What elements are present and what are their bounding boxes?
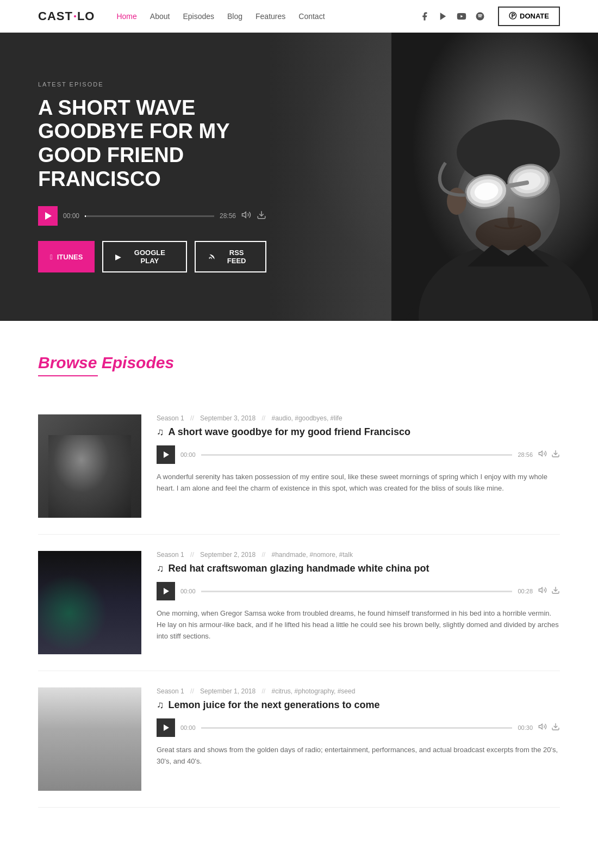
episode-tags-3: #citrus, #photography, #seed bbox=[272, 687, 356, 695]
rss-button[interactable]: RSS FEED bbox=[195, 241, 266, 272]
episode-progress-3[interactable] bbox=[201, 727, 513, 729]
svg-rect-61 bbox=[68, 747, 82, 758]
svg-rect-60 bbox=[49, 747, 63, 758]
svg-rect-59 bbox=[46, 745, 117, 772]
hero-progress-fill bbox=[85, 215, 86, 217]
episode-download-icon-1[interactable] bbox=[551, 449, 560, 460]
episode-controls-3 bbox=[538, 722, 560, 733]
hero-progress-bar[interactable] bbox=[85, 215, 214, 217]
svg-rect-26 bbox=[65, 474, 73, 485]
hero-play-button[interactable] bbox=[38, 206, 58, 226]
episode-title-1: ♫ A short wave goodbye for my good frien… bbox=[157, 426, 560, 438]
svg-point-42 bbox=[83, 616, 91, 627]
svg-rect-73 bbox=[38, 715, 40, 791]
music-note-icon-2: ♫ bbox=[157, 563, 164, 574]
episode-time-end-1: 28:56 bbox=[518, 451, 533, 458]
svg-rect-54 bbox=[41, 720, 68, 764]
google-play-label: GOOGLE PLAY bbox=[125, 249, 174, 265]
nav-contact[interactable]: Contact bbox=[298, 12, 325, 21]
facebook-icon[interactable] bbox=[420, 11, 429, 21]
hero-section: LATEST EPISODE A SHORT WAVE GOODBYE FOR … bbox=[0, 33, 598, 321]
nav-about[interactable]: About bbox=[150, 12, 170, 21]
episode-title-3: ♫ Lemon juice for the next generations t… bbox=[157, 699, 560, 711]
svg-marker-49 bbox=[539, 587, 542, 592]
svg-rect-47 bbox=[38, 589, 57, 597]
svg-rect-45 bbox=[97, 631, 104, 644]
svg-rect-48 bbox=[38, 600, 54, 606]
episode-time-start-3: 00:00 bbox=[180, 724, 196, 731]
google-play-icon[interactable] bbox=[438, 11, 448, 21]
svg-point-23 bbox=[76, 437, 103, 468]
hero-download-icon[interactable] bbox=[257, 210, 266, 222]
rss-icon bbox=[208, 252, 215, 262]
donate-button[interactable]: Ⓟ DONATE bbox=[498, 7, 560, 26]
spotify-icon[interactable] bbox=[475, 11, 485, 21]
episode-play-button-2[interactable] bbox=[157, 582, 175, 600]
hero-image-overlay bbox=[269, 33, 598, 321]
svg-point-20 bbox=[476, 218, 541, 250]
episode-progress-1[interactable] bbox=[201, 454, 513, 456]
nav-features[interactable]: Features bbox=[256, 12, 285, 21]
episode-volume-icon-1[interactable] bbox=[538, 449, 547, 460]
google-play-button[interactable]: ▶ GOOGLE PLAY bbox=[102, 241, 187, 272]
logo-dot bbox=[74, 15, 76, 17]
svg-point-2 bbox=[476, 12, 484, 20]
svg-rect-63 bbox=[106, 747, 117, 758]
hero-audio-player: 00:00 28:56 bbox=[38, 206, 266, 226]
browse-title-highlight: Episodes bbox=[102, 354, 174, 371]
youtube-icon[interactable] bbox=[457, 11, 466, 21]
episode-progress-2[interactable] bbox=[201, 591, 513, 592]
itunes-button[interactable]:  ITUNES bbox=[38, 241, 95, 272]
episode-player-1: 00:00 28:56 bbox=[157, 445, 560, 464]
music-note-icon-1: ♫ bbox=[157, 426, 164, 438]
hero-image bbox=[269, 33, 598, 321]
svg-rect-46 bbox=[38, 638, 141, 654]
episode-controls-1 bbox=[538, 449, 560, 460]
donate-paypal-icon: Ⓟ bbox=[509, 11, 516, 21]
hero-volume-icon[interactable] bbox=[241, 210, 251, 222]
episode-tags-2: #handmade, #nomore, #talk bbox=[272, 551, 353, 559]
svg-marker-3 bbox=[242, 212, 246, 218]
episode-play-button-3[interactable] bbox=[157, 718, 175, 737]
episode-list: Season 1 // September 3, 2018 // #audio,… bbox=[38, 398, 560, 808]
episode-volume-icon-2[interactable] bbox=[538, 586, 547, 597]
browse-title-plain: Browse bbox=[38, 354, 102, 371]
site-logo[interactable]: CAST LO bbox=[38, 9, 95, 23]
episode-content-2: Season 1 // September 2, 2018 // #handma… bbox=[157, 551, 560, 654]
episode-download-icon-2[interactable] bbox=[551, 586, 560, 597]
episode-item: Season 1 // September 3, 2018 // #audio,… bbox=[38, 398, 560, 535]
hero-content: LATEST EPISODE A SHORT WAVE GOODBYE FOR … bbox=[0, 48, 304, 306]
svg-point-71 bbox=[127, 759, 134, 768]
episode-description-1: A wonderful serenity has taken possessio… bbox=[157, 472, 560, 494]
google-play-triangle-icon: ▶ bbox=[115, 253, 121, 261]
itunes-label: ITUNES bbox=[57, 253, 83, 261]
music-note-icon-3: ♫ bbox=[157, 699, 164, 711]
nav-blog[interactable]: Blog bbox=[227, 12, 242, 21]
hero-time-end: 28:56 bbox=[220, 212, 236, 220]
logo-text-cast: CAST bbox=[38, 9, 73, 23]
svg-rect-64 bbox=[43, 739, 120, 745]
episode-title-2: ♫ Red hat craftswoman glazing handmade w… bbox=[157, 563, 560, 574]
social-links bbox=[420, 11, 485, 21]
svg-rect-51 bbox=[38, 687, 141, 791]
episode-time-start-2: 00:00 bbox=[180, 588, 196, 594]
nav-episodes[interactable]: Episodes bbox=[183, 12, 214, 21]
apple-icon:  bbox=[50, 253, 53, 261]
svg-point-44 bbox=[97, 623, 104, 631]
episode-download-icon-3[interactable] bbox=[551, 722, 560, 733]
svg-marker-0 bbox=[440, 13, 446, 20]
episode-thumbnail-1 bbox=[38, 414, 141, 518]
svg-rect-35 bbox=[41, 578, 52, 638]
svg-rect-70 bbox=[71, 746, 92, 751]
episode-date-2: September 2, 2018 bbox=[200, 551, 256, 559]
episode-date-1: September 3, 2018 bbox=[200, 414, 256, 422]
nav-home[interactable]: Home bbox=[116, 12, 136, 21]
logo-text-lo: LO bbox=[77, 9, 95, 23]
episode-content-1: Season 1 // September 3, 2018 // #audio,… bbox=[157, 414, 560, 518]
hero-time-start: 00:00 bbox=[63, 212, 79, 220]
episode-play-button-1[interactable] bbox=[157, 445, 175, 464]
episode-time-end-2: 00:28 bbox=[518, 588, 533, 594]
episode-volume-icon-3[interactable] bbox=[538, 722, 547, 733]
play-icon-2 bbox=[164, 588, 169, 594]
episode-thumbnail-2 bbox=[38, 551, 141, 654]
